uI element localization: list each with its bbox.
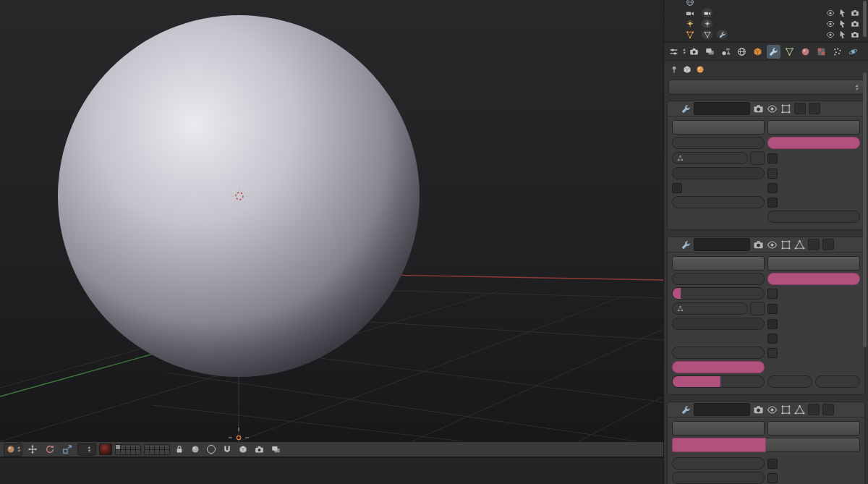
move-down-button[interactable] xyxy=(822,239,834,250)
material-offset-rim-field[interactable] xyxy=(815,375,860,388)
transform-orientation-select[interactable]: ▴▾ xyxy=(77,443,95,456)
move-down-button[interactable] xyxy=(822,404,834,415)
wireframe-sphere-object[interactable] xyxy=(0,0,663,441)
3d-viewport[interactable] xyxy=(0,0,663,441)
outliner-item-point[interactable] xyxy=(670,18,868,29)
snap-toggle-button[interactable] xyxy=(221,443,234,456)
vertex-group-field[interactable] xyxy=(672,152,748,164)
layer-cell[interactable] xyxy=(121,445,125,449)
layer-cell[interactable] xyxy=(150,450,154,454)
editmode-toggle-icon[interactable] xyxy=(780,103,791,114)
layer-cell[interactable] xyxy=(165,445,169,449)
modifier-name-field[interactable] xyxy=(694,403,750,416)
move-up-button[interactable] xyxy=(808,239,820,250)
tab-object[interactable] xyxy=(751,45,765,59)
pin-icon[interactable] xyxy=(670,65,678,74)
invert-vertex-group-button[interactable] xyxy=(750,151,765,165)
layer-cell[interactable] xyxy=(165,450,169,454)
fill-rim-checkbox[interactable] xyxy=(767,332,860,344)
render-subdivisions-field[interactable] xyxy=(672,472,765,484)
properties-scrollbar[interactable] xyxy=(863,72,867,347)
render-toggle-icon[interactable] xyxy=(753,239,764,250)
outliner-scrollbar[interactable] xyxy=(863,1,867,37)
opengl-render-anim-button[interactable] xyxy=(269,443,283,456)
apply-button[interactable] xyxy=(672,120,765,135)
layers-widget[interactable] xyxy=(115,444,170,455)
crease-weight-field[interactable] xyxy=(672,196,765,208)
cage-toggle-icon[interactable] xyxy=(794,404,805,415)
viewport-toggle-icon[interactable] xyxy=(767,239,778,250)
cage-toggle-icon[interactable] xyxy=(794,239,805,250)
optimal-display-checkbox[interactable] xyxy=(767,472,860,484)
thickness-slider[interactable] xyxy=(672,137,765,149)
invert-vertex-group-button[interactable] xyxy=(750,302,765,315)
shading-mode-icon[interactable] xyxy=(99,443,112,455)
move-up-button[interactable] xyxy=(808,404,820,415)
layer-cell[interactable] xyxy=(160,450,164,454)
copy-button[interactable] xyxy=(767,256,860,271)
flip-normals-checkbox[interactable] xyxy=(767,287,860,300)
layer-cell[interactable] xyxy=(145,445,149,449)
outliner-item-sphere[interactable] xyxy=(670,29,868,40)
offset-slider[interactable] xyxy=(767,137,860,149)
even-thickness-checkbox[interactable] xyxy=(767,152,860,164)
display-mode-button[interactable] xyxy=(189,443,202,456)
layer-cell[interactable] xyxy=(145,450,149,454)
modifier-name-field[interactable] xyxy=(694,102,750,115)
eye-icon[interactable] xyxy=(826,9,835,17)
layer-cell[interactable] xyxy=(116,445,120,449)
eye-icon[interactable] xyxy=(826,20,835,28)
properties-editor-icon[interactable] xyxy=(667,45,681,59)
layer-cell[interactable] xyxy=(136,445,140,449)
subdivide-uvs-checkbox[interactable] xyxy=(767,457,860,470)
clamp-slider[interactable] xyxy=(672,287,765,300)
tab-scene[interactable] xyxy=(719,45,733,59)
render-visibility-icon[interactable] xyxy=(851,9,859,17)
move-up-button[interactable] xyxy=(794,103,806,114)
material-offset-field[interactable] xyxy=(767,375,812,388)
viewport-toggle-icon[interactable] xyxy=(767,103,778,114)
modifier-name-field[interactable] xyxy=(694,238,750,251)
layer-cell[interactable] xyxy=(131,445,135,449)
editmode-toggle-icon[interactable] xyxy=(780,239,791,250)
factor-slider[interactable] xyxy=(672,318,765,330)
vertex-group-field[interactable] xyxy=(672,302,748,315)
layer-cell[interactable] xyxy=(136,450,140,454)
tab-physics[interactable] xyxy=(846,45,860,59)
catmull-clark-button[interactable] xyxy=(672,438,766,452)
timeline-region[interactable] xyxy=(0,458,663,484)
factor-slider[interactable] xyxy=(672,167,765,179)
render-toggle-icon[interactable] xyxy=(753,103,764,114)
layer-cell[interactable] xyxy=(126,450,130,454)
selectability-icon[interactable] xyxy=(838,9,847,17)
scale-manipulator-button[interactable] xyxy=(60,443,75,456)
high-quality-normals-checkbox[interactable] xyxy=(767,318,860,330)
layer-cell[interactable] xyxy=(155,450,159,454)
move-down-button[interactable] xyxy=(809,103,820,114)
tab-object-data[interactable] xyxy=(783,45,796,59)
layer-cell[interactable] xyxy=(126,445,130,449)
tab-render-layers[interactable] xyxy=(703,45,717,59)
apply-button[interactable] xyxy=(672,256,765,271)
translate-manipulator-button[interactable] xyxy=(25,443,40,456)
tab-world[interactable] xyxy=(735,45,749,59)
selectability-icon[interactable] xyxy=(838,20,847,28)
tab-particles[interactable] xyxy=(830,45,844,59)
render-visibility-icon[interactable] xyxy=(851,20,859,28)
copy-button[interactable] xyxy=(767,421,860,436)
tab-material[interactable] xyxy=(799,45,812,59)
view-subdivisions-field[interactable] xyxy=(672,457,765,470)
selectability-icon[interactable] xyxy=(838,30,847,39)
lock-scene-button[interactable] xyxy=(173,443,186,456)
offset-slider[interactable] xyxy=(767,273,860,285)
render-toggle-icon[interactable] xyxy=(753,404,764,415)
crease-edges-checkbox[interactable] xyxy=(672,182,765,194)
viewport-toggle-icon[interactable] xyxy=(767,404,778,415)
render-visibility-icon[interactable] xyxy=(851,30,859,39)
boundary-checkbox[interactable] xyxy=(767,182,860,194)
tab-modifiers[interactable] xyxy=(767,45,780,59)
layer-cell[interactable] xyxy=(155,445,159,449)
snap-element-button[interactable] xyxy=(237,443,250,456)
layer-cell[interactable] xyxy=(131,450,135,454)
crease-inner-slider[interactable] xyxy=(672,347,765,359)
